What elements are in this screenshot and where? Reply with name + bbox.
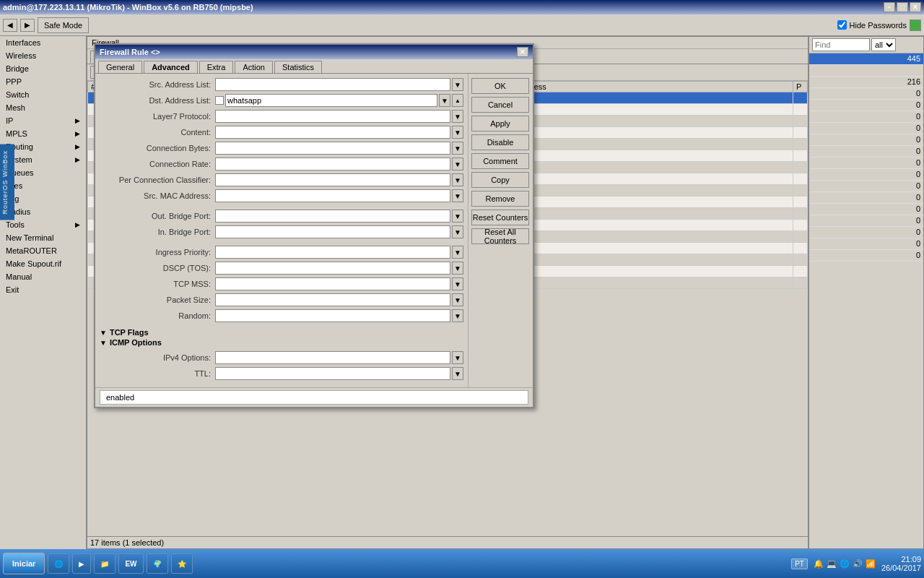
close-button[interactable]: ✕ — [910, 2, 921, 12]
hide-passwords-label: Hide Passwords — [850, 21, 907, 30]
icmp-options-arrow[interactable]: ▼ — [100, 339, 107, 347]
sidebar-item-mpls[interactable]: MPLS ▶ — [0, 127, 86, 140]
safe-mode-button[interactable]: Safe Mode — [38, 17, 89, 33]
sidebar-item-bridge[interactable]: Bridge — [0, 62, 86, 75]
dialog-tab-extra[interactable]: Extra — [199, 61, 234, 73]
dst-address-list-up-btn[interactable]: ▲ — [452, 94, 463, 107]
in-bridge-wrap: ▼ — [215, 225, 463, 238]
sidebar-item-switch[interactable]: Switch — [0, 88, 86, 101]
ingress-row: Ingress Priority: ▼ — [100, 246, 463, 259]
dialog-tab-action[interactable]: Action — [235, 61, 273, 73]
ok-button[interactable]: OK — [471, 78, 529, 94]
forward-button[interactable]: ▶ — [20, 19, 35, 32]
tcp-flags-arrow[interactable]: ▼ — [100, 329, 107, 337]
ingress-dropdown-btn[interactable]: ▼ — [452, 246, 463, 259]
taskbar-item-browser[interactable]: 🌍 — [147, 553, 168, 574]
ipv4-options-input[interactable] — [215, 351, 450, 364]
reset-all-counters-dialog-button[interactable]: Reset All Counters — [471, 228, 529, 244]
sidebar-item-interfaces[interactable]: Interfaces — [0, 36, 86, 49]
layer7-dropdown-btn[interactable]: ▼ — [452, 110, 463, 123]
cancel-button[interactable]: Cancel — [471, 97, 529, 113]
start-button[interactable]: Iniciar — [3, 553, 45, 574]
ttl-input[interactable] — [215, 367, 450, 380]
remove-button[interactable]: Remove — [471, 191, 529, 207]
browser-icon: 🌍 — [153, 560, 162, 568]
dscp-input[interactable] — [215, 262, 450, 275]
dst-address-list-dropdown-btn[interactable]: ▼ — [439, 94, 450, 107]
conn-rate-input[interactable] — [215, 158, 450, 171]
ip-arrow: ▶ — [75, 117, 80, 124]
media-icon: ▶ — [79, 560, 84, 568]
content-dropdown-btn[interactable]: ▼ — [452, 126, 463, 139]
hide-passwords-checkbox[interactable] — [837, 20, 847, 30]
layer7-input[interactable] — [215, 110, 450, 123]
per-conn-dropdown-btn[interactable]: ▼ — [452, 173, 463, 186]
sidebar-item-ppp[interactable]: PPP — [0, 75, 86, 88]
sidebar-item-new-terminal[interactable]: New Terminal — [0, 231, 86, 244]
dscp-dropdown-btn[interactable]: ▼ — [452, 262, 463, 275]
content-input[interactable] — [215, 126, 450, 139]
in-bridge-dropdown-btn[interactable]: ▼ — [452, 225, 463, 238]
reset-counters-dialog-button[interactable]: Reset Counters — [471, 210, 529, 225]
src-address-list-input[interactable] — [215, 78, 450, 91]
copy-button[interactable]: Copy — [471, 172, 529, 188]
taskbar-clock: 21:09 26/04/2017 — [881, 555, 921, 572]
taskbar-item-files[interactable]: 📁 — [94, 553, 116, 574]
back-button[interactable]: ◀ — [3, 19, 17, 32]
random-dropdown-btn[interactable]: ▼ — [452, 309, 463, 322]
layer7-row: Layer7 Protocol: ▼ — [100, 110, 463, 123]
random-input[interactable] — [215, 309, 450, 322]
dialog-tab-statistics[interactable]: Statistics — [274, 61, 322, 73]
tcp-mss-dropdown-btn[interactable]: ▼ — [452, 277, 463, 290]
dialog-tab-advanced[interactable]: Advanced — [144, 61, 198, 73]
ingress-input[interactable] — [215, 246, 450, 259]
out-bridge-input[interactable] — [215, 210, 450, 223]
icmp-options-label: ICMP Options — [110, 338, 162, 347]
maximize-button[interactable]: □ — [897, 2, 908, 12]
per-conn-input[interactable] — [215, 173, 450, 186]
in-bridge-input[interactable] — [215, 225, 450, 238]
minimize-button[interactable]: − — [884, 2, 895, 12]
comment-button[interactable]: Comment — [471, 153, 529, 169]
packet-size-dropdown-btn[interactable]: ▼ — [452, 293, 463, 306]
dialog-close-button[interactable]: ✕ — [517, 47, 528, 57]
ipv4-options-dropdown-btn[interactable]: ▼ — [452, 351, 463, 364]
taskbar-item-ew[interactable]: EW — [118, 553, 143, 574]
conn-rate-dropdown-btn[interactable]: ▼ — [452, 158, 463, 171]
system-arrow: ▶ — [75, 156, 80, 163]
src-address-list-dropdown-btn[interactable]: ▼ — [452, 78, 463, 91]
dialog-tabs: General Advanced Extra Action Statistics — [95, 59, 533, 74]
conn-bytes-input[interactable] — [215, 142, 450, 155]
dst-address-list-row: Dst. Address List: ▼ ▲ — [100, 94, 463, 107]
sidebar-item-mesh[interactable]: Mesh — [0, 101, 86, 114]
packet-size-label: Packet Size: — [100, 296, 215, 304]
dst-address-list-input[interactable] — [225, 94, 437, 107]
taskbar-item-media[interactable]: ▶ — [72, 553, 91, 574]
sidebar-item-metarouter[interactable]: MetaROUTER — [0, 244, 86, 257]
layer7-wrap: ▼ — [215, 110, 463, 123]
src-mac-input[interactable] — [215, 189, 450, 202]
out-bridge-dropdown-btn[interactable]: ▼ — [452, 210, 463, 223]
packet-size-input[interactable] — [215, 293, 450, 306]
conn-bytes-dropdown-btn[interactable]: ▼ — [452, 142, 463, 155]
ttl-wrap: ▼ — [215, 367, 463, 380]
sidebar-item-manual[interactable]: Manual — [0, 270, 86, 283]
apply-button[interactable]: Apply — [471, 116, 529, 131]
dialog-tab-general[interactable]: General — [98, 61, 142, 73]
taskbar-item-star[interactable]: ⭐ — [171, 553, 193, 574]
sidebar-item-make-supout[interactable]: Make Supout.rif — [0, 257, 86, 270]
disable-button[interactable]: Disable — [471, 134, 529, 150]
dialog-overlay: Firewall Rule <> ✕ General Advanced Extr… — [87, 36, 924, 549]
language-button[interactable]: PT — [791, 558, 808, 569]
dialog-title-bar: Firewall Rule <> ✕ — [95, 45, 533, 59]
ttl-dropdown-btn[interactable]: ▼ — [452, 367, 463, 380]
src-mac-dropdown-btn[interactable]: ▼ — [452, 189, 463, 202]
taskbar-item-chrome[interactable]: 🌐 — [48, 553, 69, 574]
content-wrap: ▼ — [215, 126, 463, 139]
sidebar-item-exit[interactable]: Exit — [0, 283, 86, 296]
sidebar-item-wireless[interactable]: Wireless — [0, 49, 86, 62]
sidebar-item-tools[interactable]: Tools ▶ — [0, 218, 86, 231]
sidebar-item-ip[interactable]: IP ▶ — [0, 114, 86, 127]
dst-address-list-checkbox[interactable] — [215, 96, 224, 105]
tcp-mss-input[interactable] — [215, 277, 450, 290]
